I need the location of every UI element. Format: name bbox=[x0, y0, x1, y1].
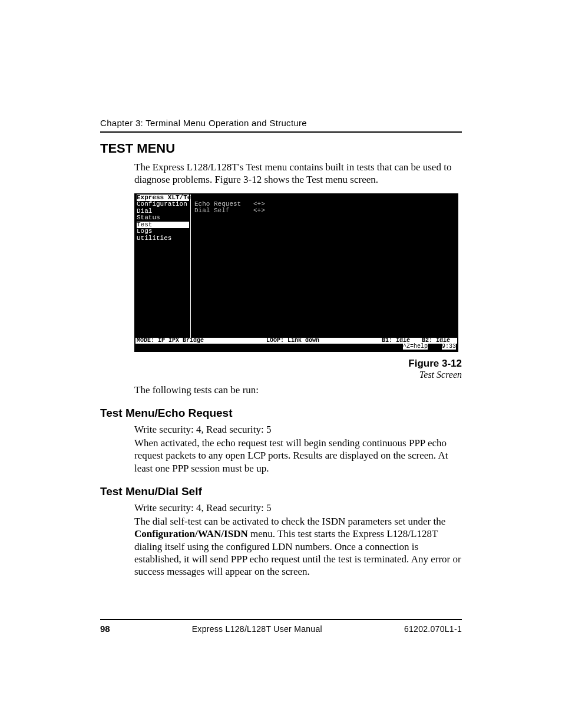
figure-number: Figure 3-12 bbox=[134, 358, 462, 370]
dialself-body-pre: The dial self-test can be activated to c… bbox=[134, 516, 445, 527]
help-time: 9:33 bbox=[442, 343, 456, 350]
section-intro: The Express L128/L128T's Test menu conta… bbox=[134, 161, 462, 186]
section-title: TEST MENU bbox=[100, 141, 462, 156]
manual-title: Express L128/L128T User Manual bbox=[110, 624, 404, 634]
terminal-row: Dial Self <+> bbox=[194, 207, 455, 215]
dialself-security: Write security: 4, Read security: 5 bbox=[134, 502, 462, 514]
chapter-header: Chapter 3: Terminal Menu Operation and S… bbox=[100, 118, 462, 128]
echo-heading: Test Menu/Echo Request bbox=[100, 407, 462, 420]
dialself-bold: Configuration/WAN/ISDN bbox=[134, 528, 248, 539]
echo-security: Write security: 4, Read security: 5 bbox=[134, 423, 462, 436]
header-rule bbox=[100, 131, 462, 133]
help-key: ^Z=help bbox=[403, 343, 428, 350]
status-mode: MODE: IP IPX Bridge bbox=[137, 338, 204, 344]
figure-title: Test Screen bbox=[419, 370, 462, 380]
echo-body: When activated, the echo request test wi… bbox=[134, 437, 462, 475]
terminal-screenshot: Express XLT/Test Configuration Dial Stat… bbox=[134, 193, 458, 352]
doc-id: 61202.070L1-1 bbox=[404, 624, 462, 634]
sidebar-item: Configuration bbox=[137, 201, 189, 208]
row-label: Dial Self bbox=[194, 207, 253, 215]
figure-caption: Figure 3-12 Test Screen bbox=[134, 358, 462, 380]
dialself-body: The dial self-test can be activated to c… bbox=[134, 515, 462, 578]
row-action: <+> bbox=[253, 207, 265, 215]
page-number: 98 bbox=[100, 624, 110, 634]
sidebar-item: Utilities bbox=[137, 235, 189, 242]
dialself-heading: Test Menu/Dial Self bbox=[100, 485, 462, 498]
figure-3-12: Express XLT/Test Configuration Dial Stat… bbox=[134, 193, 462, 352]
sidebar-item: Status bbox=[137, 215, 189, 222]
status-loop: LOOP: Link down bbox=[266, 338, 319, 344]
page-footer: 98 Express L128/L128T User Manual 61202.… bbox=[100, 619, 462, 634]
page: Chapter 3: Terminal Menu Operation and S… bbox=[0, 0, 562, 728]
followup-text: The following tests can be run: bbox=[134, 384, 462, 396]
terminal-row: Echo Request <+> bbox=[194, 201, 455, 208]
terminal-help-line: ^Z=help 9:33 bbox=[135, 344, 457, 351]
